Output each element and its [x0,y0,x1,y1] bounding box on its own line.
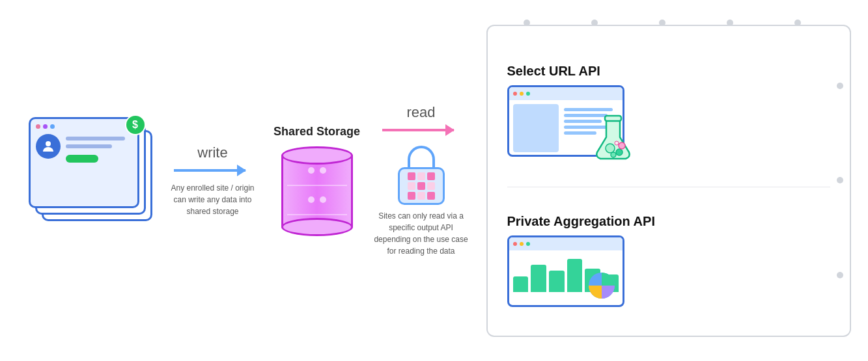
cyl-dot-4 [320,196,326,203]
svg-point-3 [616,149,623,155]
lp-5 [417,182,425,190]
write-arrow-line [174,169,245,172]
dot-pink [36,124,40,129]
chart-area [509,250,623,304]
cyl-dot-1 [308,167,315,174]
lp-1 [408,172,415,180]
svg-point-5 [619,142,625,149]
line-1 [66,137,126,140]
write-arrow [174,164,252,177]
svg-point-0 [46,141,51,146]
cyl-dot-row-1 [283,167,351,174]
bb-dot-y [520,92,524,96]
right-dots-col [837,26,843,336]
lp-7 [408,192,415,200]
lock-pattern [405,170,438,202]
right-panel-outer: Select URL API [473,25,851,337]
private-agg-browser [507,235,624,307]
lock-body [398,167,445,205]
read-arrow [382,124,460,137]
svg-point-4 [611,152,616,157]
cards-stack: $ [27,116,151,246]
bar-3 [549,271,565,292]
cyl-dot-2 [320,167,326,174]
write-caption: Any enrolled site / origin can write any… [167,182,259,217]
lp-3 [427,172,435,180]
cylinder-body [281,155,353,227]
lock-icon-wrapper [395,143,447,205]
dot-purple [43,124,48,129]
bb-dot-g [526,92,530,96]
lp-8 [417,192,425,200]
cylinder [281,146,353,236]
card-body [36,134,132,163]
svg-point-2 [606,144,615,153]
api2-title: Private Aggregation API [507,214,655,229]
card-lines [66,137,132,163]
divider [507,187,830,187]
browser-bar-1 [509,87,623,100]
card-front [29,117,139,208]
bc-line-1 [564,108,613,111]
svg-rect-1 [605,116,621,121]
read-section: read Sites can only read v [369,104,473,257]
right-dot-3 [837,272,843,278]
svg-point-6 [615,141,619,145]
storage-title: Shared Storage [273,125,360,139]
enrolled-site-section: $ [18,116,161,246]
diagram-container: $ write Any enrolled site / origin can w… [18,12,851,350]
flask-icon [592,114,634,163]
read-label: read [406,104,435,121]
right-dot-1 [837,83,843,89]
bar-4 [567,259,583,292]
lp-2 [417,172,425,180]
cyl-dot-row-2 [283,196,351,203]
avatar-icon [36,134,61,159]
browser-bar-2 [509,237,623,250]
cyl-stripe-1 [287,185,347,186]
bb-dot-r [513,92,517,96]
lp-6 [427,182,435,190]
bb2-dot-r [513,242,517,246]
private-agg-visual [507,235,631,310]
shared-storage-section: Shared Storage [265,125,369,236]
lp-9 [427,192,435,200]
right-dot-2 [837,177,843,183]
read-arrow-line [382,129,454,131]
dollar-badge: $ [125,114,146,135]
read-caption: Sites can only read via a specific outpu… [372,210,470,257]
right-panel: Select URL API [486,25,851,337]
write-arrow-section: write Any enrolled site / origin can wri… [161,144,265,217]
select-url-api-item: Select URL API [507,64,830,160]
lp-4 [408,182,415,190]
cyl-dot-3 [308,196,315,203]
card-dots [36,124,132,129]
pie-chart [586,270,617,301]
lock-shackle [408,146,435,169]
line-2 [66,144,112,148]
write-label: write [197,144,227,161]
cylinder-top [281,146,353,165]
bar-1 [513,276,529,292]
right-panel-inner: Select URL API [488,26,850,336]
select-url-visual [507,85,631,160]
cylinder-bottom [281,218,353,236]
bb2-dot-g [526,242,530,246]
bb2-dot-y [520,242,524,246]
bar-2 [531,265,546,292]
cyl-stripe-2 [287,214,347,215]
dot-blue [50,124,55,129]
btn-green [66,155,98,163]
api1-title: Select URL API [507,64,600,79]
bc-left-1 [513,104,559,152]
private-agg-api-item: Private Aggregation API [507,214,830,310]
